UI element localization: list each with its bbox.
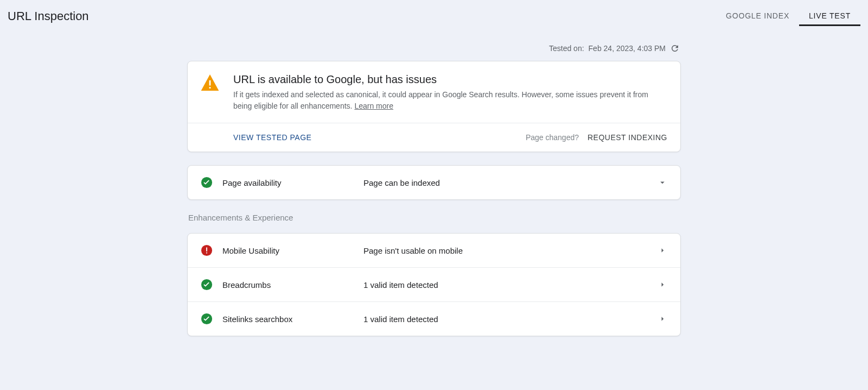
breadcrumbs-value: 1 valid item detected <box>363 280 658 290</box>
refresh-icon[interactable] <box>670 43 680 53</box>
availability-label: Page availability <box>222 178 363 187</box>
check-circle-icon <box>201 177 213 188</box>
tab-google-index[interactable]: GOOGLE INDEX <box>716 7 799 26</box>
breadcrumbs-row[interactable]: Breadcrumbs 1 valid item detected <box>188 267 680 301</box>
page-title: URL Inspection <box>8 9 89 23</box>
breadcrumbs-label: Breadcrumbs <box>222 280 363 290</box>
enhancements-heading: Enhancements & Experience <box>187 213 681 222</box>
sitelinks-row[interactable]: Sitelinks searchbox 1 valid item detecte… <box>188 301 680 336</box>
chevron-right-icon <box>658 280 667 290</box>
tested-on-row: Tested on: Feb 24, 2023, 4:03 PM <box>187 43 681 53</box>
status-top: URL is available to Google, but has issu… <box>188 61 680 123</box>
content: Tested on: Feb 24, 2023, 4:03 PM URL is … <box>187 26 681 336</box>
enhancements-card: Mobile Usability Page isn't usable on mo… <box>187 233 681 336</box>
learn-more-link[interactable]: Learn more <box>354 102 393 110</box>
check-circle-icon <box>201 313 213 325</box>
tested-value: Feb 24, 2023, 4:03 PM <box>589 44 666 53</box>
warning-triangle-icon <box>201 74 219 91</box>
status-text: URL is available to Google, but has issu… <box>233 73 667 112</box>
tested-label: Tested on: <box>549 44 584 53</box>
mobile-usability-row[interactable]: Mobile Usability Page isn't usable on mo… <box>188 234 680 267</box>
actions-right: Page changed? REQUEST INDEXING <box>526 133 667 142</box>
sitelinks-value: 1 valid item detected <box>363 314 658 324</box>
availability-value: Page can be indexed <box>363 178 658 187</box>
status-card: URL is available to Google, but has issu… <box>187 61 681 152</box>
status-desc-text: If it gets indexed and selected as canon… <box>233 90 648 110</box>
view-tested-page-button[interactable]: VIEW TESTED PAGE <box>233 133 311 142</box>
chevron-right-icon <box>658 314 667 324</box>
tabs: GOOGLE INDEX LIVE TEST <box>716 7 860 26</box>
availability-card: Page availability Page can be indexed <box>187 165 681 200</box>
chevron-down-icon <box>658 178 667 187</box>
status-title: URL is available to Google, but has issu… <box>233 73 667 86</box>
chevron-right-icon <box>658 246 667 255</box>
check-circle-icon <box>201 279 213 291</box>
mobile-value: Page isn't usable on mobile <box>363 246 658 255</box>
header: URL Inspection GOOGLE INDEX LIVE TEST <box>0 0 868 26</box>
svg-rect-0 <box>209 80 211 86</box>
tab-live-test[interactable]: LIVE TEST <box>799 7 860 26</box>
status-description: If it gets indexed and selected as canon… <box>233 89 667 112</box>
svg-rect-5 <box>206 253 207 254</box>
svg-rect-1 <box>209 87 211 89</box>
mobile-label: Mobile Usability <box>222 246 363 255</box>
page-changed-label: Page changed? <box>526 133 579 142</box>
status-actions: VIEW TESTED PAGE Page changed? REQUEST I… <box>188 123 680 152</box>
request-indexing-button[interactable]: REQUEST INDEXING <box>588 133 667 142</box>
svg-rect-4 <box>206 248 207 251</box>
error-circle-icon <box>201 244 213 256</box>
sitelinks-label: Sitelinks searchbox <box>222 314 363 324</box>
page-availability-row[interactable]: Page availability Page can be indexed <box>188 166 680 199</box>
